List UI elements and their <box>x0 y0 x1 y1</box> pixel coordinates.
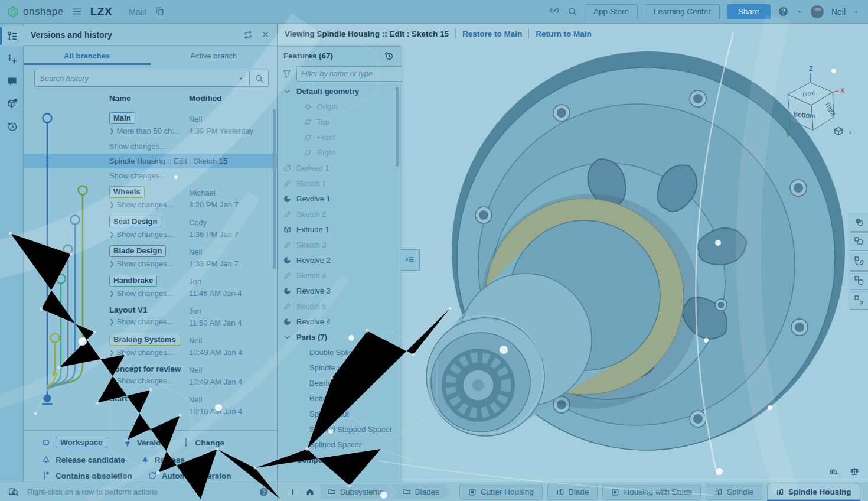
show-changes-toggle[interactable]: ❯Show changes... <box>109 348 186 357</box>
featurescript-check-icon[interactable] <box>549 6 560 18</box>
help-caret-icon[interactable] <box>796 8 803 15</box>
part-bottom-guard[interactable]: Bottom Guard <box>278 391 400 406</box>
display-cube-panel-icon[interactable] <box>850 232 868 251</box>
version-time: 1:36 PM Jan 7 <box>189 229 239 240</box>
share-button[interactable]: Share <box>727 4 771 19</box>
appearance-panel-icon[interactable] <box>850 213 868 232</box>
feature-default-geometry[interactable]: Default geometry <box>278 83 400 99</box>
show-changes-link[interactable]: Show changes... <box>24 139 278 154</box>
features-scrollbar[interactable] <box>396 87 399 167</box>
learn-cube-icon[interactable] <box>0 93 24 113</box>
status-help-icon[interactable] <box>256 487 271 497</box>
show-changes-toggle[interactable]: ❯Show changes... <box>109 259 186 268</box>
version-row[interactable]: StartNeil10:16 AM Jan 4 <box>24 390 278 419</box>
app-store-button[interactable]: App Store <box>585 4 638 19</box>
home-button[interactable] <box>303 487 317 496</box>
avatar[interactable] <box>810 5 824 19</box>
feature-right[interactable]: Right <box>286 145 400 160</box>
rollback-history-icon[interactable] <box>384 51 394 61</box>
tab-all-branches[interactable]: All branches <box>24 46 151 65</box>
version-row[interactable]: Handbrake❯Show changes...Jon11:46 AM Jan… <box>24 272 278 301</box>
breadcrumb-subsystems[interactable]: Subsystems <box>321 484 394 499</box>
feature-revolve-1[interactable]: Revolve 1 <box>278 191 400 206</box>
mass-properties-icon[interactable] <box>849 466 860 477</box>
version-row[interactable]: Braking Systems❯Show changes...Neil10:49… <box>24 331 278 360</box>
show-changes-toggle[interactable]: ❯Show changes... <box>109 289 186 298</box>
copy-document-icon[interactable] <box>155 6 165 17</box>
tab-spindle[interactable]: Spindle <box>706 484 762 500</box>
display-tools-panel-icon[interactable] <box>850 291 868 310</box>
filter-icon[interactable] <box>282 69 292 79</box>
view-options-dropdown[interactable] <box>833 125 854 139</box>
show-changes-toggle[interactable]: ❯Show changes... <box>109 230 186 239</box>
search-history-button[interactable] <box>250 70 269 87</box>
version-row[interactable]: Wheels❯Show changes...Michael3:20 PM Jan… <box>24 183 278 213</box>
tab-spindle-housing[interactable]: Spindle Housing <box>767 484 860 500</box>
search-icon[interactable] <box>567 6 577 17</box>
help-icon[interactable] <box>778 6 789 17</box>
feature-sketch-1[interactable]: Sketch 1 <box>278 175 400 191</box>
close-icon[interactable] <box>261 30 270 39</box>
learning-center-button[interactable]: Learning Center <box>645 4 720 19</box>
feature-parts-7-[interactable]: Parts (7) <box>278 329 400 344</box>
show-changes-toggle[interactable]: ❯Show changes... <box>109 376 186 385</box>
new-tab-button[interactable] <box>286 487 299 496</box>
tab-housing-with-studs[interactable]: Housing with Studs <box>602 484 701 500</box>
feature-sketch-3[interactable]: Sketch 3 <box>278 237 400 252</box>
feature-revolve-4[interactable]: Revolve 4 <box>278 314 400 329</box>
restore-to-main-link[interactable]: Restore to Main <box>462 30 522 38</box>
create-version-icon[interactable] <box>0 48 24 69</box>
version-row[interactable]: Blade Design❯Show changes...Neil1:33 PM … <box>24 242 278 272</box>
hamburger-menu-icon[interactable] <box>72 6 82 17</box>
feature-composite-parts[interactable]: Composite parts (1) <box>278 452 400 467</box>
version-row[interactable]: Seat Design❯Show changes...Cody1:36 PM J… <box>24 213 278 242</box>
feature-tree: Default geometryOriginTopFrontRightDeriv… <box>278 83 400 482</box>
show-changes-toggle[interactable]: ❯Show changes... <box>109 200 186 209</box>
refresh-icon[interactable] <box>243 30 253 40</box>
feature-extrude-1[interactable]: Extrude 1 <box>278 222 400 237</box>
feature-filter-input[interactable] <box>296 66 402 82</box>
part-spindle-housing[interactable]: Spindle Housing <box>278 360 400 375</box>
feature-sketch-4[interactable]: Sketch 4 <box>278 268 400 283</box>
show-changes-link[interactable]: Show changes... <box>24 168 278 183</box>
measure-icon[interactable] <box>829 466 840 477</box>
feature-front[interactable]: Front <box>286 129 400 145</box>
show-changes-toggle[interactable]: ❯Show changes... <box>109 317 186 326</box>
recent-history-icon[interactable] <box>0 116 24 136</box>
search-caret-icon[interactable] <box>237 75 244 82</box>
part-double-spline-spindle[interactable]: Double Spline Spindle <box>278 344 400 360</box>
tab-cutter-housing[interactable]: Cutter Housing <box>459 484 543 500</box>
feature-sketch-2[interactable]: Sketch 2 <box>278 206 400 222</box>
part-splined-spacer[interactable]: Splined Spacer <box>278 437 400 452</box>
selected-history-row[interactable]: Spindle Housing :: Edit : Sketch 15 <box>24 154 278 168</box>
display-rotate-panel-icon[interactable] <box>850 252 868 271</box>
comments-icon[interactable] <box>0 71 24 91</box>
model-viewport[interactable]: Viewing Spindle Housing :: Edit : Sketch… <box>278 24 868 482</box>
user-caret-icon[interactable] <box>853 8 860 15</box>
show-changes-toggle[interactable]: ❯More than 50 ch... <box>109 126 186 135</box>
part-spindle-nut[interactable]: Spindle Nut <box>278 406 400 421</box>
feature-derived-1[interactable]: Derived 1 <box>278 160 400 175</box>
part-bearing-spacer[interactable]: Bearing Spacer <box>278 375 400 391</box>
search-history-input[interactable] <box>40 74 237 83</box>
tab-blade[interactable]: Blade <box>547 484 598 500</box>
feature-revolve-2[interactable]: Revolve 2 <box>278 252 400 268</box>
part-splined-stepped-spacer[interactable]: Splined Stepped Spacer <box>278 421 400 437</box>
return-to-main-link[interactable]: Return to Main <box>536 30 592 38</box>
breadcrumb-blades[interactable]: Blades <box>391 484 450 499</box>
feature-top[interactable]: Top <box>286 114 400 129</box>
features-panel-collapse-handle[interactable] <box>400 249 420 271</box>
workspace-label[interactable]: Main <box>129 7 146 17</box>
versions-scrollbar[interactable] <box>273 109 276 269</box>
onshape-logo[interactable]: onshape <box>7 6 64 18</box>
versions-and-history-icon[interactable] <box>0 26 24 46</box>
version-row[interactable]: Main❯More than 50 ch...Neil4:39 PM Yeste… <box>24 109 278 139</box>
version-row[interactable]: Concept for review❯Show changes...Neil10… <box>24 360 278 390</box>
feature-origin[interactable]: Origin <box>286 99 400 114</box>
display-sphere-panel-icon[interactable] <box>850 271 868 290</box>
version-row[interactable]: Layout V1❯Show changes...Jon11:50 AM Jan… <box>24 301 278 331</box>
tab-active-branch[interactable]: Active branch <box>151 46 278 65</box>
feature-revolve-3[interactable]: Revolve 3 <box>278 283 400 298</box>
feature-sketch-5[interactable]: Sketch 5 <box>278 298 400 314</box>
zoom-select-icon[interactable] <box>6 486 21 497</box>
